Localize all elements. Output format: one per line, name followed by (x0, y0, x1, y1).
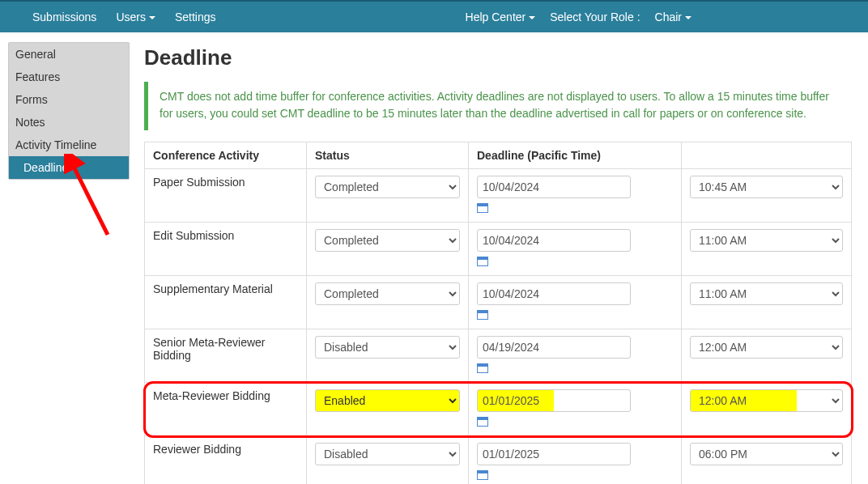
activity-label: Senior Meta-Reviewer Bidding (145, 329, 307, 383)
activity-label: Meta-Reviewer Bidding (145, 383, 307, 436)
activity-label: Reviewer Bidding (145, 436, 307, 485)
table-row: Senior Meta-Reviewer Bidding Disabled 12… (145, 329, 852, 383)
nav-submissions[interactable]: Submissions (32, 11, 96, 23)
main-content: Deadline CMT does not add time buffer fo… (130, 32, 868, 484)
calendar-icon[interactable] (477, 470, 488, 480)
table-row: Edit Submission Completed 11:00 AM (145, 223, 852, 276)
sidebar-item-features[interactable]: Features (9, 66, 129, 88)
info-alert: CMT does not add time buffer for confere… (144, 82, 852, 130)
table-row: Supplementary Material Completed 11:00 A… (145, 276, 852, 329)
calendar-icon[interactable] (477, 257, 488, 266)
table-row: Paper Submission Completed 10:45 AM (145, 169, 852, 223)
calendar-icon[interactable] (477, 310, 488, 320)
top-navbar: Submissions Users Settings Help Center S… (0, 0, 868, 32)
sidebar-item-deadline[interactable]: Deadline (9, 156, 129, 179)
role-label: Select Your Role : (550, 11, 640, 23)
status-select[interactable]: Completed (315, 229, 460, 252)
activity-label: Edit Submission (145, 223, 307, 276)
status-select[interactable]: Enabled (315, 389, 460, 412)
nav-users-dropdown[interactable]: Users (116, 11, 155, 23)
date-input[interactable] (477, 176, 631, 198)
status-select[interactable]: Disabled (315, 443, 460, 465)
sidebar-item-activity-timeline[interactable]: Activity Timeline (9, 134, 129, 156)
time-select[interactable]: 10:45 AM (690, 176, 843, 198)
time-select[interactable]: 11:00 AM (690, 282, 843, 305)
nav-help-center-dropdown[interactable]: Help Center (466, 11, 536, 23)
sidebar-item-general[interactable]: General (9, 43, 129, 66)
calendar-icon[interactable] (477, 363, 488, 373)
col-header-deadline: Deadline (Pacific Time) (469, 142, 682, 169)
deadline-table: Conference Activity Status Deadline (Pac… (144, 142, 852, 484)
col-header-status: Status (307, 142, 469, 169)
date-input[interactable] (477, 389, 631, 412)
status-select[interactable]: Completed (315, 282, 460, 305)
sidebar: General Features Forms Notes Activity Ti… (0, 32, 130, 484)
table-row-highlighted: Meta-Reviewer Bidding Enabled 12:00 AM (145, 383, 852, 436)
time-select[interactable]: 11:00 AM (690, 229, 843, 252)
date-input[interactable] (477, 229, 631, 252)
nav-settings[interactable]: Settings (175, 11, 216, 23)
activity-label: Supplementary Material (145, 276, 307, 329)
time-select[interactable]: 12:00 AM (690, 336, 843, 359)
status-select[interactable]: Disabled (315, 336, 460, 359)
table-row: Reviewer Bidding Disabled 06:00 PM (145, 436, 852, 485)
date-input[interactable] (477, 282, 631, 305)
calendar-icon[interactable] (477, 417, 488, 427)
date-input[interactable] (477, 443, 631, 465)
col-header-time (682, 142, 852, 169)
sidebar-item-forms[interactable]: Forms (9, 88, 129, 111)
time-select[interactable]: 06:00 PM (690, 443, 843, 465)
sidebar-item-notes[interactable]: Notes (9, 111, 129, 134)
status-select[interactable]: Completed (315, 176, 460, 198)
col-header-activity: Conference Activity (145, 142, 307, 169)
role-selector[interactable]: Chair (655, 11, 691, 23)
date-input[interactable] (477, 336, 631, 359)
activity-label: Paper Submission (145, 169, 307, 223)
page-title: Deadline (144, 45, 852, 70)
time-select[interactable]: 12:00 AM (690, 389, 843, 412)
calendar-icon[interactable] (477, 203, 488, 213)
